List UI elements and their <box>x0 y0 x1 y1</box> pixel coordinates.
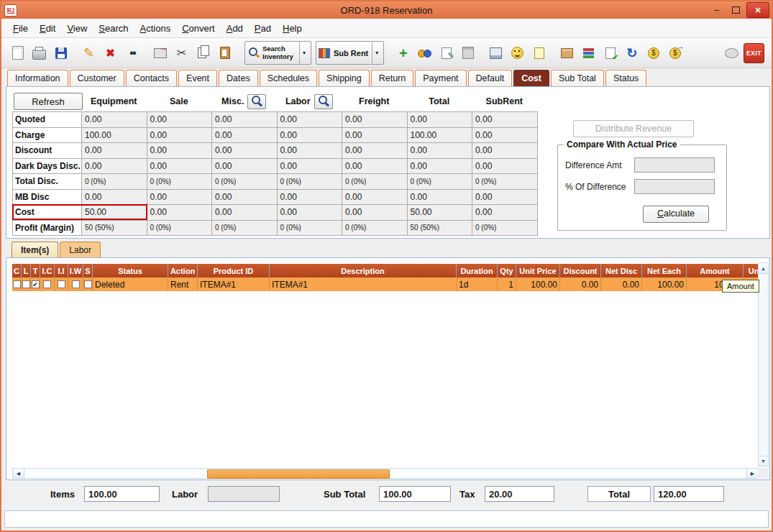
item-cell-discount[interactable]: 0.00 <box>560 278 601 291</box>
cost-cell[interactable]: 0.00 <box>408 190 473 206</box>
export-order-button[interactable] <box>150 41 170 65</box>
cost-cell[interactable]: 0.00 <box>278 143 343 159</box>
items-column-i-i[interactable]: I.I <box>55 264 68 278</box>
checkbox-i-c[interactable] <box>43 280 51 288</box>
items-column-t[interactable]: T <box>31 264 40 278</box>
tab-schedules[interactable]: Schedules <box>260 70 317 86</box>
cost-cell[interactable]: 0.00 <box>408 143 473 159</box>
cost-cell[interactable]: 0.00 <box>147 190 213 206</box>
smiley-face-button[interactable] <box>507 41 528 65</box>
cost-cell[interactable]: 0.00 <box>342 190 408 206</box>
items-column-net-each[interactable]: Net Each <box>642 264 687 278</box>
cost-cell[interactable]: 0.00 <box>82 143 147 159</box>
cost-cell[interactable]: 0 (0%) <box>342 174 408 190</box>
checkbox-s[interactable] <box>84 280 92 288</box>
items-column-c[interactable]: C <box>12 264 22 278</box>
menu-view[interactable]: View <box>61 21 93 36</box>
cost-cell[interactable]: 0.00 <box>82 159 147 175</box>
item-cell-status[interactable]: Deleted <box>93 278 168 291</box>
paste-button[interactable] <box>214 41 235 65</box>
cost-cell[interactable]: 0.00 <box>342 143 408 159</box>
scroll-up-icon[interactable]: ▲ <box>759 263 768 274</box>
new-document-button[interactable] <box>7 41 28 65</box>
tab-sub-total[interactable]: Sub Total <box>551 70 604 86</box>
exit-button[interactable]: EXIT <box>743 41 765 65</box>
tax-field[interactable]: 20.00 <box>485 486 554 502</box>
memo-button[interactable] <box>529 41 549 65</box>
items-total-field[interactable]: 100.00 <box>84 486 160 502</box>
items-column-status[interactable]: Status <box>93 264 168 278</box>
cost-cell[interactable]: 0.00 <box>408 112 473 128</box>
item-cell-action[interactable]: Rent <box>168 278 198 291</box>
items-column-duration[interactable]: Duration <box>457 264 498 278</box>
add-item-button[interactable]: + <box>393 41 413 65</box>
notes-button[interactable] <box>457 41 478 65</box>
cost-cell[interactable]: 0.00 <box>212 205 278 221</box>
tab-shipping[interactable]: Shipping <box>319 70 370 86</box>
print-site-button[interactable] <box>485 41 506 65</box>
menu-help[interactable]: Help <box>277 21 308 36</box>
package-button[interactable] <box>557 41 577 65</box>
cost-cell[interactable]: 100.00 <box>408 128 473 144</box>
menu-search[interactable]: Search <box>93 21 134 36</box>
tab-contacts[interactable]: Contacts <box>126 70 177 86</box>
items-column-l[interactable]: L <box>22 264 31 278</box>
cost-cell[interactable]: 0.00 <box>342 159 408 175</box>
calculate-button[interactable]: Calculate <box>643 206 709 223</box>
coins-transfer-button[interactable]: $ <box>664 41 685 65</box>
cost-cell[interactable]: 0.00 <box>342 128 408 144</box>
cost-cell[interactable]: 0.00 <box>472 143 538 159</box>
dropdown-icon[interactable]: ▾ <box>299 42 308 64</box>
total-field[interactable]: 120.00 <box>654 486 724 502</box>
coins-button[interactable]: $ <box>643 41 664 65</box>
cost-cell[interactable]: 0 (0%) <box>342 221 408 237</box>
items-column-unit[interactable]: Unit <box>744 264 759 278</box>
search-inventory-button[interactable]: Search Inventory▾ <box>244 41 311 65</box>
table-row[interactable]: ✔DeletedRentITEMA#1ITEMA#11d1100.000.000… <box>12 278 759 291</box>
tab-information[interactable]: Information <box>7 70 68 86</box>
save-button[interactable] <box>50 41 71 65</box>
edit-note-button[interactable] <box>436 41 457 65</box>
cost-cell[interactable]: 50 (50%) <box>408 221 473 237</box>
item-cell-unit-price[interactable]: 100.00 <box>516 278 560 291</box>
item-cell-net-disc[interactable]: 0.00 <box>601 278 642 291</box>
edit-document-button[interactable] <box>600 41 621 65</box>
cost-cell[interactable]: 0 (0%) <box>472 221 538 237</box>
cost-cell[interactable]: 0 (0%) <box>408 174 473 190</box>
cost-cell[interactable]: 0.00 <box>147 143 213 159</box>
item-cell-qty[interactable]: 1 <box>498 278 516 291</box>
cost-cell[interactable]: 0.00 <box>212 190 278 206</box>
cost-cell[interactable]: 0.00 <box>408 159 473 175</box>
items-column-net-disc[interactable]: Net Disc <box>601 264 642 278</box>
cost-cell[interactable]: 50.00 <box>82 205 147 221</box>
item-group-button[interactable] <box>414 41 435 65</box>
cost-cell[interactable]: 0.00 <box>342 205 408 221</box>
cost-cell[interactable]: 0.00 <box>212 128 278 144</box>
checkbox-c[interactable] <box>13 280 21 288</box>
search-labor-button[interactable] <box>314 94 333 109</box>
copy-button[interactable] <box>193 41 214 65</box>
refresh-button[interactable]: Refresh <box>14 93 83 110</box>
horizontal-scrollbar[interactable]: ◀ ▶ <box>12 468 759 479</box>
vertical-scrollbar[interactable]: ▲ ▼ <box>758 262 769 467</box>
cost-cell[interactable]: 0 (0%) <box>147 174 213 190</box>
checkbox-t[interactable]: ✔ <box>32 280 40 288</box>
cost-cell[interactable]: 0.00 <box>212 143 278 159</box>
cost-cell[interactable]: 0.00 <box>472 159 538 175</box>
cost-cell[interactable]: 0 (0%) <box>82 174 147 190</box>
cost-cell[interactable]: 0.00 <box>82 112 147 128</box>
item-cell-product-id[interactable]: ITEMA#1 <box>198 278 270 291</box>
tab-payment[interactable]: Payment <box>415 70 466 86</box>
horizontal-scrollbar-thumb[interactable] <box>207 469 390 479</box>
menu-edit[interactable]: Edit <box>34 21 61 36</box>
item-cell-duration[interactable]: 1d <box>457 278 498 291</box>
tab-status[interactable]: Status <box>605 70 646 86</box>
items-column-s[interactable]: S <box>83 264 93 278</box>
items-column-i-c[interactable]: I.C <box>40 264 55 278</box>
tab-cost[interactable]: Cost <box>513 70 549 86</box>
edit-pencil-button[interactable]: ✎ <box>78 41 99 65</box>
cost-cell[interactable]: 0.00 <box>278 112 343 128</box>
maximize-button[interactable] <box>727 4 745 17</box>
items-column-product-id[interactable]: Product ID <box>198 264 270 278</box>
cost-cell[interactable]: 0.00 <box>472 128 538 144</box>
